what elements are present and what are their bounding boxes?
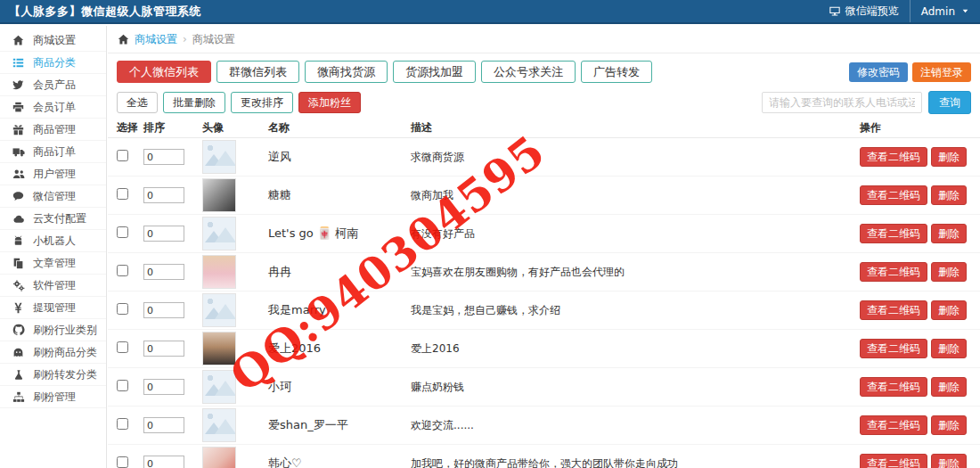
delete-button[interactable]: 删除: [931, 415, 967, 435]
batch-delete-button[interactable]: 批量删除: [163, 92, 225, 113]
sort-input[interactable]: [143, 264, 184, 280]
delete-button[interactable]: 删除: [931, 147, 967, 167]
tab-list: 个人微信列表群微信列表微商找货源货源找加盟公众号求关注广告转发: [117, 61, 652, 83]
row-checkbox[interactable]: [117, 226, 128, 238]
tab-2[interactable]: 群微信列表: [216, 61, 299, 83]
search-button[interactable]: 查询: [928, 91, 971, 114]
view-qrcode-button[interactable]: 查看二维码: [860, 454, 927, 468]
row-checkbox[interactable]: [117, 418, 128, 430]
add-fan-button[interactable]: 添加粉丝: [298, 92, 361, 113]
tab-6[interactable]: 广告转发: [581, 61, 652, 83]
sidebar-item-15[interactable]: 刷粉商品分类: [0, 341, 106, 364]
row-checkbox[interactable]: [117, 188, 128, 200]
sidebar-item-label: 商品订单: [33, 144, 76, 160]
sidebar-item-1[interactable]: 商城设置: [0, 29, 106, 52]
delete-button[interactable]: 删除: [931, 377, 967, 397]
sort-input[interactable]: [143, 341, 184, 357]
sidebar-item-label: 软件管理: [33, 278, 76, 293]
table-row: 冉冉宝妈喜欢在朋友圈购物，有好产品也会代理的查看二维码删除: [108, 253, 980, 291]
fan-description: 有没有好产品: [411, 226, 860, 242]
sidebar-item-4[interactable]: 会员订单: [0, 96, 106, 119]
row-checkbox[interactable]: [117, 380, 128, 391]
sidebar-item-9[interactable]: 云支付配置: [0, 208, 106, 230]
sidebar-item-10[interactable]: 小机器人: [0, 230, 106, 252]
change-sort-button[interactable]: 更改排序: [231, 92, 293, 113]
view-qrcode-button[interactable]: 查看二维码: [860, 147, 927, 167]
sidebar-item-label: 微信管理: [33, 189, 76, 204]
sidebar-item-13[interactable]: 提现管理: [0, 297, 106, 319]
row-checkbox[interactable]: [117, 341, 128, 353]
table-row: 小珂赚点奶粉钱查看二维码删除: [108, 368, 980, 406]
admin-menu[interactable]: Admin: [910, 0, 980, 22]
table-row: 糖糖微商加我查看二维码删除: [108, 177, 980, 215]
avatar: [202, 255, 236, 289]
caret-down-icon: [961, 7, 969, 15]
row-checkbox[interactable]: [117, 265, 128, 276]
delete-button[interactable]: 删除: [931, 454, 967, 468]
sidebar-item-5[interactable]: 商品管理: [0, 119, 106, 141]
sidebar-item-label: 会员订单: [33, 100, 76, 115]
row-checkbox[interactable]: [117, 456, 128, 468]
admin-label: Admin: [921, 5, 955, 18]
logout-button[interactable]: 注销登录: [912, 62, 971, 82]
row-checkbox[interactable]: [117, 303, 128, 315]
tab-4[interactable]: 货源找加盟: [393, 61, 476, 83]
fan-name: 爱shan_罗一平: [268, 417, 411, 433]
view-qrcode-button[interactable]: 查看二维码: [860, 339, 927, 358]
gears-icon: [12, 280, 25, 291]
home-icon: [12, 35, 25, 46]
sidebar-item-3[interactable]: 会员产品: [0, 74, 106, 96]
tab-1[interactable]: 个人微信列表: [117, 61, 211, 83]
sidebar-item-6[interactable]: 商品订单: [0, 141, 106, 163]
table-row: 我是marry我是宝妈，想自己赚钱，求介绍查看二维码删除: [108, 291, 980, 330]
tab-3[interactable]: 微商找货源: [305, 61, 388, 83]
delete-button[interactable]: 删除: [931, 262, 967, 282]
sort-input[interactable]: [143, 379, 184, 395]
sort-input[interactable]: [143, 417, 184, 433]
sort-input[interactable]: [143, 226, 184, 242]
fan-description: 爱上2016: [411, 341, 860, 357]
delete-button[interactable]: 删除: [931, 300, 967, 320]
tab-5[interactable]: 公众号求关注: [481, 61, 576, 83]
delete-button[interactable]: 删除: [931, 339, 967, 358]
avatar: [202, 447, 236, 468]
search-input[interactable]: [762, 92, 922, 113]
view-qrcode-button[interactable]: 查看二维码: [860, 415, 927, 435]
fan-description: 赚点奶粉钱: [411, 380, 860, 395]
sort-input[interactable]: [143, 149, 184, 165]
sidebar-item-12[interactable]: 软件管理: [0, 275, 106, 297]
table-row: 爱上2016爱上2016查看二维码删除: [108, 330, 980, 368]
sidebar-item-14[interactable]: 刷粉行业类别: [0, 319, 106, 341]
sort-input[interactable]: [143, 456, 184, 468]
delete-button[interactable]: 删除: [931, 224, 967, 243]
delete-button[interactable]: 删除: [931, 185, 967, 205]
sidebar-item-7[interactable]: 用户管理: [0, 163, 106, 185]
app-title: 【人脉多多】微信超级人脉管理系统: [0, 4, 201, 20]
avatar: [202, 332, 236, 365]
view-qrcode-button[interactable]: 查看二维码: [860, 377, 927, 397]
sidebar-item-16[interactable]: 刷粉转发分类: [0, 364, 106, 386]
toolbar: 全选 批量删除 更改排序 添加粉丝 查询: [108, 89, 980, 118]
row-checkbox[interactable]: [117, 150, 128, 161]
view-qrcode-button[interactable]: 查看二维码: [860, 300, 927, 320]
wechat-preview-button[interactable]: 微信端预览: [818, 0, 910, 22]
view-qrcode-button[interactable]: 查看二维码: [860, 185, 927, 205]
sidebar-item-8[interactable]: 微信管理: [0, 185, 106, 208]
change-password-button[interactable]: 修改密码: [849, 62, 908, 82]
sidebar-item-label: 刷粉转发分类: [33, 367, 97, 382]
breadcrumb-root[interactable]: 商城设置: [135, 32, 177, 47]
view-qrcode-button[interactable]: 查看二维码: [860, 224, 927, 243]
sidebar-item-label: 文章管理: [33, 256, 76, 271]
sidebar-item-label: 提现管理: [33, 300, 76, 316]
sort-input[interactable]: [143, 302, 184, 318]
select-all-button[interactable]: 全选: [117, 92, 158, 113]
breadcrumb-separator: ›: [183, 33, 187, 45]
table-row: 逆风求微商货源查看二维码删除: [108, 138, 980, 177]
sidebar-item-11[interactable]: 文章管理: [0, 252, 106, 275]
sidebar-item-2[interactable]: 商品分类: [0, 52, 106, 74]
view-qrcode-button[interactable]: 查看二维码: [860, 262, 927, 282]
users-icon: [12, 168, 25, 180]
breadcrumb-current: 商城设置: [192, 32, 235, 47]
sidebar-item-17[interactable]: 刷粉管理: [0, 386, 106, 408]
sort-input[interactable]: [143, 187, 184, 203]
